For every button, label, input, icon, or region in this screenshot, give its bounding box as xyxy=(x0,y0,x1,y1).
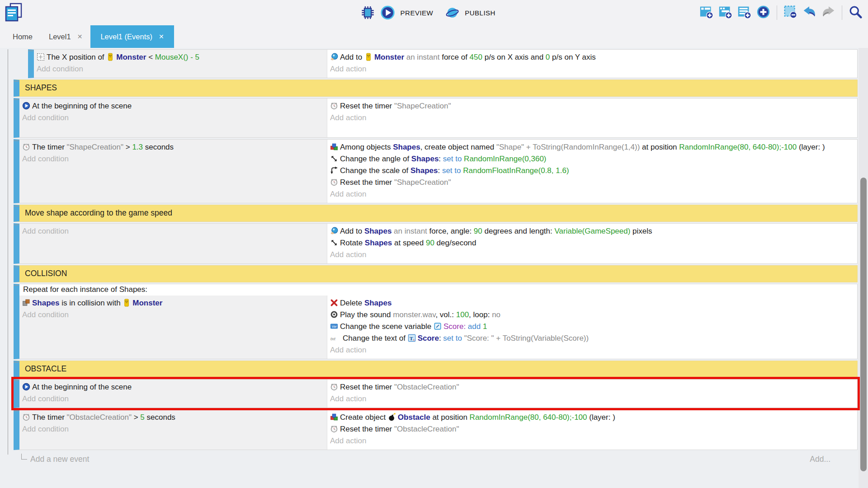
add-action[interactable]: Add action xyxy=(330,435,830,447)
add-action[interactable]: Add action xyxy=(330,63,830,75)
action-line[interactable]: Add to Monster an instant force of 450 p… xyxy=(330,52,830,63)
timer-icon xyxy=(330,178,340,187)
app-logo-icon[interactable] xyxy=(4,2,24,22)
action-line[interactable]: Rotate Shapes at speed 90 deg/second xyxy=(330,237,830,249)
event-row[interactable]: The timer "ObstacleCreation" > 5 seconds… xyxy=(14,409,858,450)
actions-column: Reset the timer "ObstacleCreation"Add ac… xyxy=(327,380,857,408)
add-condition[interactable]: Add condition xyxy=(37,63,323,75)
add-condition[interactable]: Add condition xyxy=(22,423,323,435)
publish-button[interactable] xyxy=(445,5,459,20)
tab-home[interactable]: Home xyxy=(5,25,41,48)
text-segment: is in collision with xyxy=(59,299,123,307)
text-segment: force of xyxy=(439,53,469,61)
highlighted-event-row[interactable]: At the beginning of the sceneAdd conditi… xyxy=(14,379,858,408)
repeat-label[interactable]: Repeat for each instance of Shapes: xyxy=(19,284,857,296)
event-group-header[interactable]: COLLISION xyxy=(14,265,858,282)
action-line[interactable]: Delete Shapes xyxy=(330,297,830,309)
add-new-event-button[interactable]: Add a new event xyxy=(30,455,89,464)
action-line[interactable]: Add to Shapes an instant force, angle: 9… xyxy=(330,225,830,237)
action-line[interactable]: Reset the timer "ObstacleCreation" xyxy=(330,423,830,435)
text-segment: Variable(GameSpeed) xyxy=(555,227,631,235)
event-row[interactable]: The X position of Monster < MouseX() - 5… xyxy=(28,49,858,78)
condition-line[interactable]: Shapes is in collision with Monster xyxy=(22,297,323,309)
preview-button[interactable] xyxy=(381,5,395,20)
action-line[interactable]: Reset the timer "ShapeCreation" xyxy=(330,100,830,112)
tab-level1[interactable]: Level1✕ xyxy=(41,25,90,48)
close-icon[interactable]: ✕ xyxy=(77,33,83,40)
search-button[interactable] xyxy=(849,5,863,21)
event-row[interactable]: Add conditionAdd to Shapes an instant fo… xyxy=(14,223,858,264)
create-icon xyxy=(330,143,340,151)
action-line[interactable]: Among objects Shapes, create object name… xyxy=(330,141,830,153)
action-line[interactable]: txtChange the text of TxScore: set to "S… xyxy=(330,333,830,344)
condition-line[interactable]: At the beginning of the scene xyxy=(22,381,323,393)
clear-selection-icon xyxy=(783,5,797,21)
add-action[interactable]: Add action xyxy=(330,393,830,405)
events-footer: Add a new event Add... xyxy=(14,450,858,468)
tab-label: Home xyxy=(13,33,33,41)
action-line[interactable]: Create object Obstacle at position Rando… xyxy=(330,412,830,423)
add-condition[interactable]: Add condition xyxy=(22,309,323,321)
add-condition[interactable]: Add condition xyxy=(22,393,323,405)
condition-line[interactable]: The X position of Monster < MouseX() - 5 xyxy=(37,52,323,63)
text-segment: At the beginning of the scene xyxy=(32,102,132,110)
actions-column: Delete ShapesPlay the sound monster.wav,… xyxy=(327,296,857,359)
text-segment: force, angle: xyxy=(427,227,474,235)
event-group-header[interactable]: OBSTACLE xyxy=(14,361,858,378)
add-more-button[interactable]: Add... xyxy=(810,455,830,464)
add-action[interactable]: Add action xyxy=(330,112,830,124)
add-event-button[interactable] xyxy=(699,5,713,21)
action-line[interactable]: VarChange the scene variable Score: add … xyxy=(330,321,830,333)
debug-icon[interactable] xyxy=(361,5,375,20)
add-condition[interactable]: Add condition xyxy=(22,112,323,124)
add-comment-button[interactable] xyxy=(737,5,751,21)
event-columns: The timer "ObstacleCreation" > 5 seconds… xyxy=(19,410,857,450)
add-action[interactable]: Add action xyxy=(330,344,830,356)
vertical-scrollbar[interactable] xyxy=(859,48,868,488)
event-row[interactable]: The timer "ShapeCreation" > 1.3 secondsA… xyxy=(14,139,858,203)
text-segment: , create object named xyxy=(420,143,496,151)
close-icon[interactable]: ✕ xyxy=(159,33,164,40)
text-segment: deg/second xyxy=(434,239,476,247)
action-line[interactable]: Reset the timer "ShapeCreation" xyxy=(330,177,830,188)
condition-line[interactable]: At the beginning of the scene xyxy=(22,100,323,112)
add-condition[interactable]: Add condition xyxy=(22,153,323,165)
svg-text:Var: Var xyxy=(331,324,337,328)
text-segment: Reset the timer xyxy=(340,102,394,110)
condition-line[interactable]: The timer "ObstacleCreation" > 5 seconds xyxy=(22,412,323,423)
tab-level1-events[interactable]: Level1 (Events)✕ xyxy=(90,25,174,48)
play-icon xyxy=(22,102,32,110)
text-segment: set to xyxy=(443,334,464,343)
add-action[interactable]: Add action xyxy=(330,249,830,261)
actions-column: Create object Obstacle at position Rando… xyxy=(327,410,857,450)
tab-bar: HomeLevel1✕Level1 (Events)✕ xyxy=(0,25,868,48)
group-label: SHAPES xyxy=(25,83,57,92)
text-segment: Among objects xyxy=(340,143,393,151)
force-icon xyxy=(330,227,340,235)
event-group-header[interactable]: Move shape according to the game speed xyxy=(14,205,858,222)
redo-button[interactable] xyxy=(821,5,835,21)
clear-selection-button[interactable] xyxy=(783,5,797,21)
action-line[interactable]: Play the sound monster.wav, vol.: 100, l… xyxy=(330,309,830,321)
text-segment: Obstacle xyxy=(398,413,430,422)
condition-line[interactable]: The timer "ShapeCreation" > 1.3 seconds xyxy=(22,141,323,153)
scrollbar-thumb[interactable] xyxy=(860,178,867,471)
add-action[interactable]: Add action xyxy=(330,188,830,200)
conditions-column: The X position of Monster < MouseX() - 5… xyxy=(34,50,327,78)
text-segment: Reset the timer xyxy=(340,178,394,187)
add-subevent-button[interactable] xyxy=(718,5,732,21)
preview-label[interactable]: PREVIEW xyxy=(401,9,434,17)
action-line[interactable]: Change the angle of Shapes: set to Rando… xyxy=(330,153,830,165)
add-new-button[interactable] xyxy=(756,5,770,21)
event-row[interactable]: At the beginning of the sceneAdd conditi… xyxy=(14,98,858,138)
text-segment: no xyxy=(492,310,500,319)
event-row[interactable]: Repeat for each instance of Shapes:Shape… xyxy=(14,284,858,359)
text-segment: The X position of xyxy=(47,53,106,61)
action-line[interactable]: Reset the timer "ObstacleCreation" xyxy=(330,381,830,393)
tree-bend xyxy=(21,454,27,460)
add-condition[interactable]: Add condition xyxy=(22,225,323,237)
action-line[interactable]: Change the scale of Shapes: set to Rando… xyxy=(330,165,830,177)
undo-button[interactable] xyxy=(802,5,816,21)
publish-label[interactable]: PUBLISH xyxy=(465,9,495,17)
event-group-header[interactable]: SHAPES xyxy=(14,80,858,97)
